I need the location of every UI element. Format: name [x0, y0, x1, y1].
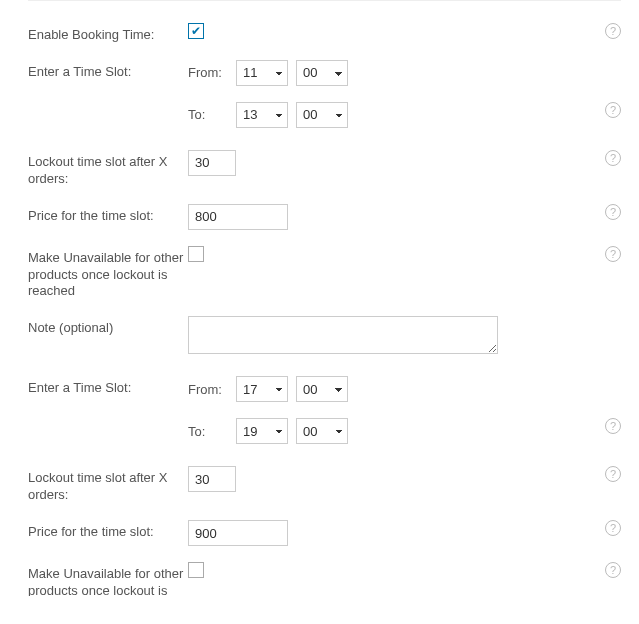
slot2-to-hour-select[interactable]: 19 — [236, 418, 288, 444]
slot1-to-min-select[interactable]: 00 — [296, 102, 348, 128]
help-icon[interactable]: ? — [605, 562, 621, 578]
slot2-to-min-select[interactable]: 00 — [296, 418, 348, 444]
timeslot-label: Enter a Time Slot: — [28, 60, 188, 81]
price-label: Price for the time slot: — [28, 520, 188, 541]
help-icon[interactable]: ? — [605, 418, 621, 434]
slot2-from-min-select[interactable]: 00 — [296, 376, 348, 402]
note-label: Note (optional) — [28, 316, 188, 337]
slot1-from-hour-select[interactable]: 11 — [236, 60, 288, 86]
help-icon[interactable]: ? — [605, 520, 621, 536]
slot1-note-textarea[interactable] — [188, 316, 498, 354]
slot1-make-unavail-checkbox[interactable] — [188, 246, 204, 262]
help-icon[interactable]: ? — [605, 204, 621, 220]
enable-booking-checkbox[interactable] — [188, 23, 204, 39]
slot2-from-hour-select[interactable]: 17 — [236, 376, 288, 402]
lockout-label: Lockout time slot after X orders: — [28, 150, 188, 188]
slot2-price-input[interactable] — [188, 520, 288, 546]
price-label: Price for the time slot: — [28, 204, 188, 225]
slot1-price-input[interactable] — [188, 204, 288, 230]
help-icon[interactable]: ? — [605, 102, 621, 118]
make-unavail-label: Make Unavailable for other products once… — [28, 562, 188, 596]
slot1-lockout-input[interactable] — [188, 150, 236, 176]
help-icon[interactable]: ? — [605, 150, 621, 166]
help-icon[interactable]: ? — [605, 23, 621, 39]
from-label: From: — [188, 382, 228, 397]
slot2-make-unavail-checkbox[interactable] — [188, 562, 204, 578]
help-icon[interactable]: ? — [605, 246, 621, 262]
from-label: From: — [188, 65, 228, 80]
timeslot-label: Enter a Time Slot: — [28, 376, 188, 397]
lockout-label: Lockout time slot after X orders: — [28, 466, 188, 504]
to-label: To: — [188, 107, 228, 122]
slot1-to-hour-select[interactable]: 13 — [236, 102, 288, 128]
help-icon[interactable]: ? — [605, 466, 621, 482]
slot1-from-min-select[interactable]: 00 — [296, 60, 348, 86]
enable-booking-label: Enable Booking Time: — [28, 23, 188, 44]
to-label: To: — [188, 424, 228, 439]
slot2-lockout-input[interactable] — [188, 466, 236, 492]
make-unavail-label: Make Unavailable for other products once… — [28, 246, 188, 301]
